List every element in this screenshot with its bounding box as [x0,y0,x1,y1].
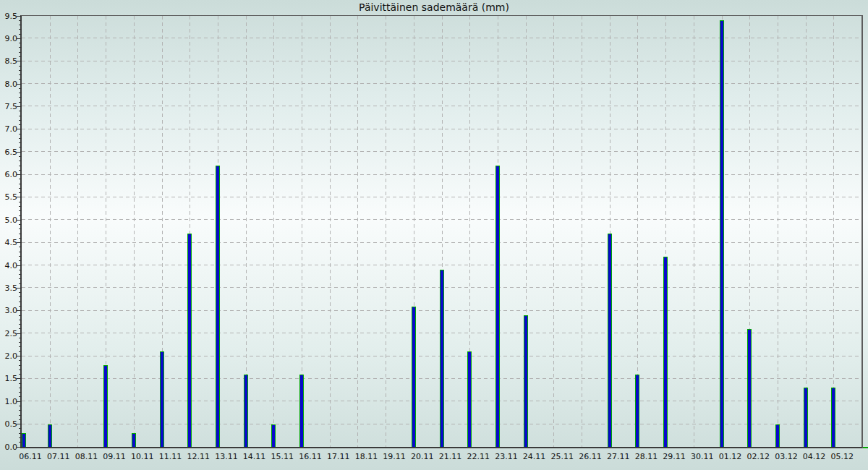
y-minor-tick [19,20,22,21]
y-minor-tick [19,428,22,429]
x-axis-label: 19.11 [378,452,410,461]
y-axis-label: 9.5 [1,12,17,21]
y-minor-tick [19,306,22,307]
y-major-tick [17,288,22,289]
y-minor-tick [19,111,22,111]
v-gridline [357,16,358,447]
y-axis-label: 4.0 [1,261,17,270]
y-minor-tick [19,210,22,211]
bar-24.11 [524,315,528,447]
y-axis-label: 8.5 [1,56,17,66]
x-axis-label: 06.11 [14,452,46,461]
y-axis-label: 2.0 [1,351,17,361]
v-gridline [582,16,582,447]
y-minor-tick [19,383,22,384]
y-minor-tick [19,184,22,184]
x-axis-label: 25.11 [546,452,578,461]
y-minor-tick [19,346,22,347]
y-minor-tick [19,283,22,284]
y-major-tick [17,129,22,129]
bar-13.11 [216,166,220,447]
y-major-tick [17,61,22,61]
x-axis-label: 12.11 [182,452,214,461]
y-major-tick [17,310,22,311]
y-minor-tick [19,116,22,116]
y-axis-label: 7.5 [1,102,17,111]
y-minor-tick [19,29,22,30]
y-axis-label: 6.5 [1,148,17,157]
y-minor-tick [19,74,22,75]
y-minor-tick [19,392,22,393]
x-axis-label: 21.11 [435,452,467,461]
y-minor-tick [19,410,22,411]
y-major-tick [17,38,22,39]
y-minor-tick [19,360,22,361]
bar-27.11 [608,234,612,447]
y-major-tick [17,333,22,334]
v-gridline [50,16,51,447]
y-minor-tick [19,215,22,216]
v-gridline [778,16,778,447]
v-gridline [77,16,78,447]
bar-01.12 [720,20,724,447]
y-minor-tick [19,256,22,257]
y-axis-label: 4.5 [1,238,17,247]
y-minor-tick [19,234,22,234]
y-minor-tick [19,134,22,134]
x-axis-label: 10.11 [127,452,158,461]
y-minor-tick [19,202,22,202]
y-minor-tick [19,170,22,171]
y-axis-label: 7.0 [1,124,17,134]
bar-23.11 [495,166,500,447]
y-minor-tick [19,396,22,397]
y-axis-label: 3.0 [1,306,17,315]
bar-16.11 [299,375,304,447]
y-minor-tick [19,292,22,293]
x-axis-label: 08.11 [70,452,102,461]
y-axis-label: 3.5 [1,283,17,293]
y-minor-tick [19,138,22,139]
y-major-tick [17,401,22,402]
y-minor-tick [19,270,22,270]
x-axis-label: 26.11 [574,452,606,461]
bar-02.12 [747,329,752,447]
y-minor-tick [19,179,22,179]
bar-03.12 [775,424,780,447]
y-minor-tick [19,419,22,420]
y-minor-tick [19,320,22,320]
y-axis-label: 2.5 [1,329,17,338]
y-minor-tick [19,238,22,239]
x-axis-label: 27.11 [603,452,634,461]
y-major-tick [17,424,22,424]
x-axis-label: 01.12 [715,452,746,461]
y-minor-tick [19,342,22,343]
chart-screenshot: { "chart_data": { "type": "bar", "title"… [0,0,868,470]
bar-07.11 [48,424,52,447]
y-minor-tick [19,206,22,207]
x-axis-label: 03.12 [770,452,802,461]
y-minor-tick [19,302,22,302]
y-minor-tick [19,415,22,416]
bar-09.11 [103,365,108,447]
y-minor-tick [19,278,22,279]
bar-15.11 [271,424,276,447]
v-gridline [694,16,694,447]
y-minor-tick [19,156,22,157]
bar-12.11 [187,234,192,447]
y-minor-tick [19,25,22,25]
x-axis-label: 16.11 [294,452,326,461]
y-major-tick [17,106,22,107]
x-axis-label: 23.11 [490,452,522,461]
y-major-tick [17,174,22,175]
y-minor-tick [19,247,22,247]
y-minor-tick [19,374,22,375]
y-axis-label: 0.0 [1,443,17,452]
y-minor-tick [19,365,22,366]
y-minor-tick [19,66,22,67]
y-minor-tick [19,369,22,370]
y-minor-tick [19,97,22,98]
bar-06.11 [22,433,26,447]
y-axis-label: 0.5 [1,419,17,429]
v-gridline [330,16,331,447]
y-major-tick [17,378,22,379]
